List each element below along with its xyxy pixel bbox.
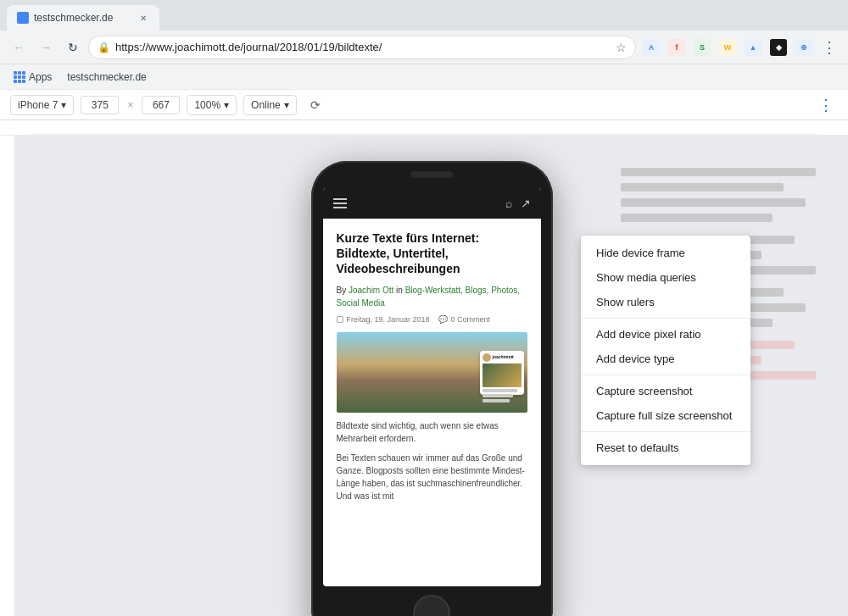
connection-selector[interactable]: Online ▾: [243, 95, 297, 115]
tab-close-button[interactable]: ✕: [137, 12, 149, 24]
article-date: Freitag, 19. Januar 2018 💬 0 Comment: [337, 314, 527, 326]
hide-device-frame-item[interactable]: Hide device frame: [581, 241, 750, 265]
ruler-left: [0, 136, 15, 616]
zoom-level: 100%: [194, 99, 220, 111]
instagram-header: joachimott: [483, 353, 522, 362]
phone-frame: ⌕ ↗ Kurze Texte fürs Internet: Bildtexte…: [311, 161, 553, 616]
phone-screen: ⌕ ↗ Kurze Texte fürs Internet: Bildtexte…: [323, 188, 541, 586]
extension-7-button[interactable]: ⊕: [792, 36, 816, 59]
phone-share-btn[interactable]: ↗: [521, 197, 531, 210]
ext-icon-1: A: [643, 39, 660, 56]
reload-button[interactable]: ↻: [61, 36, 85, 59]
viewport-area: ⌕ ↗ Kurze Texte fürs Internet: Bildtexte…: [0, 120, 848, 616]
capture-screenshot-item[interactable]: Capture screenshot: [581, 379, 750, 403]
show-media-queries-item[interactable]: Show media queries: [581, 265, 750, 290]
browser-navbar: ← → ↻ 🔒 https://www.joachimott.de/journa…: [0, 31, 848, 64]
device-options-dropdown: Hide device frame Show media queries Sho…: [581, 236, 750, 465]
ext-icon-6: ◈: [770, 39, 787, 56]
ext-icon-7: ⊕: [795, 39, 812, 56]
extension-6-button[interactable]: ◈: [767, 36, 790, 59]
tab-title: testschmecker.de: [34, 12, 132, 24]
browser-tab[interactable]: testschmecker.de ✕: [7, 5, 159, 31]
nav-right-icons: A f S W ▲ ◈ ⊕ ⋮: [639, 36, 841, 59]
extension-2-button[interactable]: f: [665, 36, 689, 59]
zoom-chevron: ▾: [224, 99, 229, 111]
height-input[interactable]: [142, 96, 180, 114]
width-input[interactable]: [81, 96, 119, 114]
device-more-button[interactable]: ⋮: [814, 93, 838, 117]
author-link[interactable]: Joachim Ott: [349, 286, 393, 295]
bookmark-testschmecker[interactable]: testschmecker.de: [60, 69, 153, 85]
comment-count: 0 Comment: [451, 314, 491, 326]
lock-icon: 🔒: [98, 42, 110, 53]
article-text-1: Bildtexte sind wichtig, auch wenn sie et…: [337, 419, 527, 445]
author-prefix: By: [337, 286, 347, 295]
ruler-top: [0, 120, 848, 136]
ext-icon-5: ▲: [745, 39, 762, 56]
browser-window: testschmecker.de ✕ ← → ↻ 🔒 https://www.j…: [0, 0, 848, 616]
bookmark-apps-label: Apps: [29, 71, 52, 83]
device-selector[interactable]: iPhone 7 ▾: [10, 95, 74, 115]
separator-1: [581, 318, 750, 319]
device-name: iPhone 7: [18, 99, 58, 111]
article-text-2: Bei Texten schauen wir immer auf das Gro…: [337, 452, 527, 502]
device-toolbar: iPhone 7 ▾ × 100% ▾ Online ▾ ⟳ ⋮: [0, 90, 848, 120]
bookmark-star-icon: ☆: [616, 41, 627, 54]
connection-label: Online: [251, 99, 281, 111]
more-menu-button[interactable]: ⋮: [817, 36, 841, 59]
capture-full-size-screenshot-item[interactable]: Capture full size screenshot: [581, 403, 750, 428]
ext-icon-4: W: [719, 39, 736, 56]
hamburger-icon[interactable]: [333, 196, 347, 211]
phone-top-bar: ⌕ ↗: [323, 188, 541, 219]
zoom-selector[interactable]: 100% ▾: [187, 95, 237, 115]
device-selector-chevron: ▾: [61, 99, 66, 111]
bookmark-testschmecker-label: testschmecker.de: [67, 71, 146, 83]
add-device-pixel-ratio-item[interactable]: Add device pixel ratio: [581, 322, 750, 347]
article-author: By Joachim Ott in Blog-Werkstatt, Blogs,…: [337, 284, 527, 309]
extension-5-button[interactable]: ▲: [741, 36, 765, 59]
instagram-username: joachimott: [493, 354, 514, 361]
instagram-photo: [483, 363, 522, 387]
article-image: joachimott: [337, 332, 527, 413]
add-device-type-item[interactable]: Add device type: [581, 347, 750, 371]
comment-bubble-icon: 💬: [438, 314, 448, 326]
author-suffix: in: [396, 286, 405, 295]
tab-favicon: [17, 12, 29, 24]
extension-3-button[interactable]: S: [690, 36, 714, 59]
instagram-caption: [483, 389, 522, 402]
connection-chevron: ▾: [284, 99, 289, 111]
phone-content: Kurze Texte fürs Internet: Bildtexte, Un…: [323, 219, 541, 586]
apps-grid-icon: [14, 71, 25, 83]
separator-2: [581, 375, 750, 375]
instagram-avatar: [483, 353, 491, 362]
orientation-button[interactable]: ⟳: [304, 93, 327, 117]
ext-icon-3: S: [694, 39, 711, 56]
phone-top-icons: ⌕ ↗: [505, 197, 531, 210]
dim-separator: ×: [126, 99, 135, 111]
forward-button[interactable]: →: [34, 36, 58, 59]
url-text: https://www.joachimott.de/journal/2018/0…: [115, 41, 611, 53]
separator-3: [581, 431, 750, 432]
ext-icon-2: f: [668, 39, 685, 56]
bookmark-apps[interactable]: Apps: [7, 69, 59, 85]
extension-1-button[interactable]: A: [639, 36, 663, 59]
instagram-card: joachimott: [480, 351, 524, 395]
address-bar[interactable]: 🔒 https://www.joachimott.de/journal/2018…: [88, 36, 636, 59]
bookmarks-bar: Apps testschmecker.de: [0, 64, 848, 90]
reset-to-defaults-item[interactable]: Reset to defaults: [581, 436, 750, 460]
article-title: Kurze Texte fürs Internet: Bildtexte, Un…: [337, 230, 527, 277]
extension-4-button[interactable]: W: [716, 36, 739, 59]
toolbar-right: ⋮: [814, 93, 838, 117]
show-rulers-item[interactable]: Show rulers: [581, 290, 750, 314]
phone-search-icon[interactable]: ⌕: [505, 197, 512, 210]
back-button[interactable]: ←: [7, 36, 31, 59]
date-text: Freitag, 19. Januar 2018: [347, 314, 430, 326]
calendar-icon: [337, 316, 343, 323]
browser-tabs: testschmecker.de ✕: [0, 0, 848, 31]
svg-rect-0: [31, 120, 817, 135]
